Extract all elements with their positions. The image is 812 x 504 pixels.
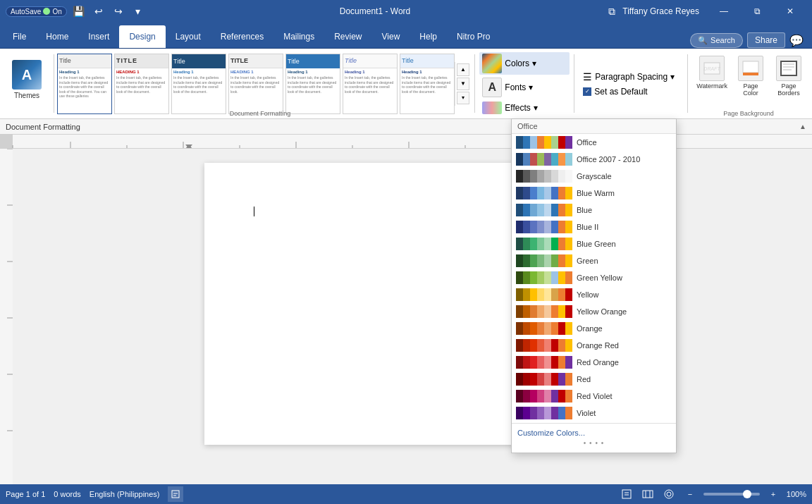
color-swatch	[523, 288, 530, 301]
proofing-icon[interactable]	[168, 486, 183, 502]
close-button[interactable]: ✕	[774, 0, 806, 23]
theme-scroll-more[interactable]: ▾	[457, 92, 469, 104]
color-swatches-15	[516, 390, 572, 402]
tab-file[interactable]: File	[3, 25, 36, 48]
color-swatch	[530, 390, 537, 402]
undo-icon[interactable]: ↩	[91, 4, 106, 19]
color-swatch	[537, 221, 544, 233]
effects-button[interactable]: Effects ▾	[479, 100, 570, 116]
color-swatch	[530, 288, 537, 301]
color-swatch	[523, 136, 530, 149]
redo-icon[interactable]: ↪	[111, 4, 126, 19]
tab-home[interactable]: Home	[36, 25, 78, 48]
theme-scroll-up[interactable]: ▲	[457, 63, 469, 76]
color-theme-item-0[interactable]: Office	[512, 134, 676, 151]
tab-nitro-pro[interactable]: Nitro Pro	[447, 25, 500, 48]
color-theme-item-6[interactable]: Blue Green	[512, 235, 676, 252]
web-layout-button[interactable]	[640, 486, 656, 502]
restore-button[interactable]: ⧉	[741, 0, 773, 23]
print-layout-button[interactable]	[619, 486, 634, 502]
color-swatch	[551, 136, 558, 149]
theme-scroll-down[interactable]: ▼	[457, 78, 469, 90]
color-theme-item-9[interactable]: Yellow	[512, 286, 676, 303]
set-default-button[interactable]: ✓ Set as Default	[580, 85, 682, 98]
colors-dropdown-footer: Customize Colors... • • • •	[512, 423, 676, 453]
color-theme-item-11[interactable]: Orange	[512, 320, 676, 337]
read-mode-button[interactable]	[661, 486, 677, 502]
ribbon-search-box[interactable]: 🔍 Search	[690, 33, 743, 48]
color-swatch	[530, 254, 537, 267]
collapse-ribbon-button[interactable]: ▲	[799, 123, 806, 130]
color-theme-item-5[interactable]: Blue II	[512, 219, 676, 235]
fonts-button[interactable]: A Fonts ▾	[479, 76, 570, 99]
zoom-slider[interactable]	[703, 493, 760, 496]
color-swatch	[565, 322, 572, 335]
color-swatch	[516, 407, 523, 419]
focus-mode-button[interactable]: −	[682, 486, 698, 502]
color-swatch	[551, 322, 558, 335]
autosave-dot	[43, 8, 50, 15]
tab-design[interactable]: Design	[119, 25, 165, 48]
share-button[interactable]: Share	[747, 32, 785, 48]
color-theme-item-1[interactable]: Office 2007 - 2010	[512, 151, 676, 168]
page-color-button[interactable]: PageColor	[733, 54, 768, 98]
theme-preview-4[interactable]: TITLE HEADING 1 In the Insert tab, the g…	[228, 54, 283, 114]
theme-preview-1[interactable]: Title Heading 1 In the Insert tab, the g…	[57, 54, 112, 114]
color-theme-item-4[interactable]: Blue	[512, 202, 676, 219]
color-swatch	[523, 356, 530, 369]
fonts-label: Fonts	[505, 82, 526, 92]
svg-rect-2	[743, 61, 758, 73]
quick-access-dropdown[interactable]: ▾	[130, 4, 146, 19]
color-swatch	[544, 322, 551, 335]
tab-insert[interactable]: Insert	[78, 25, 119, 48]
save-icon[interactable]: 💾	[71, 4, 87, 19]
color-theme-item-15[interactable]: Red Violet	[512, 388, 676, 405]
color-theme-item-16[interactable]: Violet	[512, 405, 676, 422]
zoom-in-button[interactable]: +	[765, 486, 781, 502]
color-theme-item-10[interactable]: Yellow Orange	[512, 303, 676, 320]
status-bar: Page 1 of 1 0 words English (Philippines…	[0, 484, 812, 504]
color-swatch	[523, 187, 530, 199]
theme-preview-2[interactable]: TITLE HEADING 1 In the Insert tab, the g…	[114, 54, 169, 114]
color-theme-item-2[interactable]: Grayscale	[512, 168, 676, 185]
color-swatch	[537, 407, 544, 419]
themes-button[interactable]: A Themes	[6, 54, 48, 105]
color-theme-item-13[interactable]: Red Orange	[512, 354, 676, 371]
color-theme-item-8[interactable]: Green Yellow	[512, 269, 676, 286]
tab-mailings[interactable]: Mailings	[273, 25, 324, 48]
color-swatch	[558, 221, 565, 233]
tab-view[interactable]: View	[372, 25, 410, 48]
color-theme-item-12[interactable]: Orange Red	[512, 337, 676, 354]
theme-preview-5[interactable]: Title Heading 1 In the Insert tab, the g…	[285, 54, 340, 114]
comments-icon[interactable]: 💬	[789, 34, 804, 47]
svg-rect-28	[172, 491, 179, 498]
color-swatch	[544, 407, 551, 419]
color-theme-name: Orange	[577, 324, 672, 333]
paragraph-spacing-button[interactable]: ☰ Paragraph Spacing ▾	[580, 70, 682, 84]
color-swatch	[516, 373, 523, 386]
color-theme-item-3[interactable]: Blue Warm	[512, 185, 676, 202]
theme-preview-7[interactable]: Title Heading 1 In the Insert tab, the g…	[400, 54, 455, 114]
autosave-toggle[interactable]: AutoSave On	[6, 6, 67, 17]
page-borders-button[interactable]: PageBorders	[771, 54, 806, 98]
theme-preview-6[interactable]: Title Heading 1 In the Insert tab, the g…	[343, 54, 398, 114]
colors-button[interactable]: Colors ▾	[479, 52, 570, 75]
tab-help[interactable]: Help	[410, 25, 447, 48]
color-theme-item-14[interactable]: Red	[512, 371, 676, 388]
color-swatch	[558, 238, 565, 250]
theme-preview-3[interactable]: Title Heading 1 In the Insert tab, the g…	[171, 54, 226, 114]
color-swatches-14	[516, 373, 572, 386]
minimize-button[interactable]: —	[708, 0, 740, 23]
tab-references[interactable]: References	[211, 25, 273, 48]
main-area	[0, 149, 812, 485]
customize-colors-link[interactable]: Customize Colors...	[517, 429, 585, 437]
color-swatch	[530, 322, 537, 335]
ribbon-display-icon[interactable]: ⧉	[604, 4, 620, 19]
color-theme-item-7[interactable]: Green	[512, 252, 676, 269]
color-swatch	[537, 356, 544, 369]
color-swatch	[551, 187, 558, 199]
tab-layout[interactable]: Layout	[166, 25, 211, 48]
color-theme-name: Orange Red	[577, 341, 672, 350]
tab-review[interactable]: Review	[324, 25, 371, 48]
watermark-button[interactable]: DRAFT Watermark	[694, 54, 730, 91]
